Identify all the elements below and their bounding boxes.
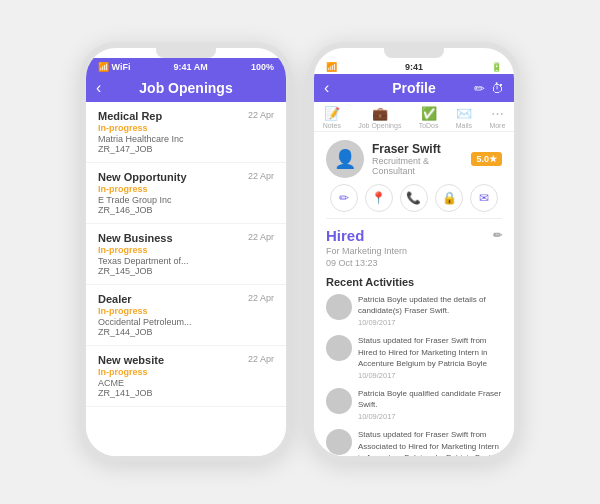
job-status: In-progress [98, 184, 274, 194]
activities-list: Patricia Boyle updated the details of ca… [326, 294, 502, 456]
tab-label-4: More [489, 122, 505, 129]
tab-label-3: Mails [456, 122, 472, 129]
job-company: E Trade Group Inc [98, 195, 274, 205]
profile-title: Profile [392, 80, 436, 96]
rating-badge: 5.0★ [471, 152, 502, 166]
job-code: ZR_144_JOB [98, 327, 274, 337]
status-bar-2: 📶 9:41 🔋 [314, 58, 514, 74]
rating-value: 5.0★ [476, 154, 497, 164]
activity-text: Status updated for Fraser Swift from Ass… [358, 429, 502, 456]
status-bar-1: 📶 WiFi 9:41 AM 100% [86, 58, 286, 74]
job-status: In-progress [98, 245, 274, 255]
profile-content: 👤 Fraser Swift Recruitment & Consultant … [314, 132, 514, 456]
call-action-icon[interactable]: 📞 [400, 184, 428, 212]
profile-header-bar: ‹ Profile ✏ ⏱ [314, 74, 514, 102]
tab-label-0: Notes [323, 122, 341, 129]
job-company: Texas Department of... [98, 256, 274, 266]
tab-notes[interactable]: 📝Notes [321, 106, 343, 129]
tab-icon-0: 📝 [324, 106, 340, 121]
job-openings-title: Job Openings [139, 80, 232, 96]
job-title: Medical Rep [98, 110, 162, 122]
recent-activities-section: Recent Activities Patricia Boyle updated… [326, 276, 502, 456]
job-item[interactable]: New Business 22 Apr In-progress Texas De… [86, 224, 286, 285]
activity-text: Patricia Boyle updated the details of ca… [358, 294, 502, 316]
job-date: 22 Apr [248, 293, 274, 303]
job-code: ZR_146_JOB [98, 205, 274, 215]
profile-role: Recruitment & Consultant [372, 156, 463, 176]
activity-item: Status updated for Fraser Swift from Ass… [326, 429, 502, 456]
tab-more[interactable]: ⋯More [487, 106, 507, 129]
mail-action-icon[interactable]: ✉ [470, 184, 498, 212]
tab-icon-3: ✉️ [456, 106, 472, 121]
signal-icon: 📶 WiFi [98, 62, 130, 72]
avatar: 👤 [326, 140, 364, 178]
job-date: 22 Apr [248, 171, 274, 181]
job-date: 22 Apr [248, 110, 274, 120]
job-status: In-progress [98, 367, 274, 377]
tab-icon-4: ⋯ [491, 106, 504, 121]
job-item[interactable]: New Opportunity 22 Apr In-progress E Tra… [86, 163, 286, 224]
time-1: 9:41 AM [174, 62, 208, 72]
activity-avatar [326, 388, 352, 414]
job-code: ZR_145_JOB [98, 266, 274, 276]
activity-date: 10/09/2017 [358, 371, 502, 380]
tab-label-1: Job Openings [358, 122, 401, 129]
lock-action-icon: 🔒 [435, 184, 463, 212]
signal-icon-2: 📶 [326, 62, 337, 72]
hired-section: Hired ✏ For Marketing Intern 09 Oct 13:2… [326, 218, 502, 268]
recent-title: Recent Activities [326, 276, 502, 288]
job-status: In-progress [98, 306, 274, 316]
hired-edit-icon[interactable]: ✏ [493, 229, 502, 242]
activity-avatar [326, 335, 352, 361]
edit-header-icon[interactable]: ✏ [474, 81, 485, 96]
activity-avatar [326, 429, 352, 455]
job-title: New Opportunity [98, 171, 187, 183]
hired-label: Hired [326, 227, 364, 244]
tab-job-openings[interactable]: 💼Job Openings [356, 106, 403, 129]
profile-name: Fraser Swift [372, 142, 463, 156]
hired-title-row: Hired ✏ [326, 227, 502, 244]
profile-actions: ✏ 📍 📞 🔒 ✉ [326, 184, 502, 212]
hired-subtitle: For Marketing Intern [326, 246, 502, 256]
activity-date: 10/09/2017 [358, 318, 502, 327]
job-title: Dealer [98, 293, 132, 305]
job-title: New Business [98, 232, 173, 244]
location-action-icon[interactable]: 📍 [365, 184, 393, 212]
job-date: 22 Apr [248, 232, 274, 242]
job-code: ZR_147_JOB [98, 144, 274, 154]
job-date: 22 Apr [248, 354, 274, 364]
job-list: Medical Rep 22 Apr In-progress Matria He… [86, 102, 286, 407]
activity-item: Patricia Boyle updated the details of ca… [326, 294, 502, 327]
activity-text: Status updated for Fraser Swift from Hir… [358, 335, 502, 369]
profile-info: Fraser Swift Recruitment & Consultant [372, 142, 463, 176]
battery-icon-2: 🔋 [491, 62, 502, 72]
job-company: ACME [98, 378, 274, 388]
back-button-2[interactable]: ‹ [324, 79, 329, 97]
job-item[interactable]: New website 22 Apr In-progress ACME ZR_1… [86, 346, 286, 407]
tab-mails[interactable]: ✉️Mails [454, 106, 474, 129]
activity-date: 10/09/2017 [358, 412, 502, 421]
clock-header-icon[interactable]: ⏱ [491, 81, 504, 96]
profile-tabs: 📝Notes💼Job Openings✅ToDos✉️Mails⋯More [314, 102, 514, 132]
edit-action-icon[interactable]: ✏ [330, 184, 358, 212]
job-status: In-progress [98, 123, 274, 133]
job-title: New website [98, 354, 164, 366]
job-code: ZR_141_JOB [98, 388, 274, 398]
job-item[interactable]: Dealer 22 Apr In-progress Occidental Pet… [86, 285, 286, 346]
hired-date: 09 Oct 13:23 [326, 258, 502, 268]
time-2: 9:41 [405, 62, 423, 72]
phone-profile: 📶 9:41 🔋 ‹ Profile ✏ ⏱ 📝Notes💼Job Openin… [308, 42, 520, 462]
tab-todos[interactable]: ✅ToDos [417, 106, 441, 129]
profile-header: 👤 Fraser Swift Recruitment & Consultant … [326, 140, 502, 178]
header-right-icons: ✏ ⏱ [474, 81, 504, 96]
back-button-1[interactable]: ‹ [96, 79, 101, 97]
tab-icon-1: 💼 [372, 106, 388, 121]
battery-icon-1: 100% [251, 62, 274, 72]
job-item[interactable]: Medical Rep 22 Apr In-progress Matria He… [86, 102, 286, 163]
tab-label-2: ToDos [419, 122, 439, 129]
job-openings-content: Medical Rep 22 Apr In-progress Matria He… [86, 102, 286, 456]
job-company: Occidental Petroleum... [98, 317, 274, 327]
activity-avatar [326, 294, 352, 320]
tab-icon-2: ✅ [421, 106, 437, 121]
job-openings-header: ‹ Job Openings [86, 74, 286, 102]
